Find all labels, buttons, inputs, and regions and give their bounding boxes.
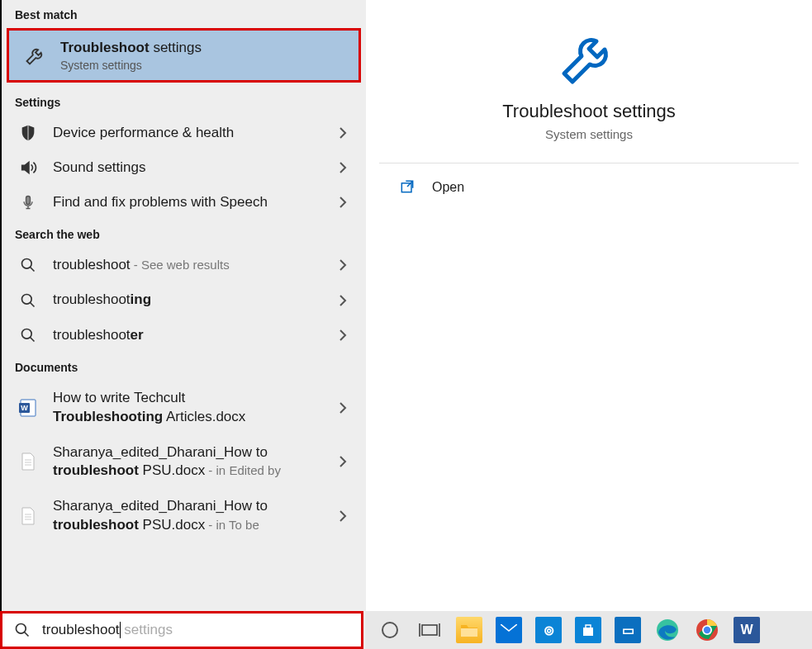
document-item-label: How to write Techcult Troubleshooting Ar…: [53, 389, 333, 427]
settings-item-label: Find and fix problems with Speech: [53, 193, 333, 211]
svg-point-8: [17, 624, 26, 634]
chevron-right-icon: [333, 456, 353, 467]
svg-point-9: [382, 623, 397, 637]
svg-text:W: W: [21, 404, 28, 412]
svg-point-1: [22, 259, 32, 269]
search-icon: [14, 622, 32, 638]
chevron-right-icon: [333, 259, 353, 271]
svg-point-16: [704, 627, 710, 633]
svg-rect-11: [461, 628, 477, 637]
web-item-label: troubleshoot - See web results: [53, 256, 333, 274]
document-result-2[interactable]: Sharanya_edited_Dharani_How to troublesh…: [2, 435, 366, 490]
web-result-3[interactable]: troubleshooter: [2, 318, 366, 353]
settings-result-sound[interactable]: Sound settings: [2, 150, 366, 185]
best-match-title: Troubleshoot settings: [60, 39, 345, 57]
edge-icon[interactable]: [652, 614, 683, 646]
svg-rect-10: [422, 625, 437, 635]
settings-result-speech[interactable]: Find and fix problems with Speech: [2, 185, 366, 220]
chevron-right-icon: [333, 510, 353, 522]
search-input[interactable]: troubleshoot settings: [0, 611, 363, 649]
settings-result-device-health[interactable]: Device performance & health: [2, 116, 366, 150]
chevron-right-icon: [333, 162, 353, 173]
web-result-1[interactable]: troubleshoot - See web results: [2, 248, 366, 282]
mail-icon[interactable]: [493, 614, 525, 646]
section-header-web: Search the web: [2, 220, 366, 248]
mic-icon: [15, 193, 41, 211]
settings-item-label: Sound settings: [53, 159, 333, 177]
word-icon[interactable]: W: [731, 614, 762, 646]
wrench-icon-large: [555, 23, 623, 91]
svg-rect-0: [26, 197, 31, 205]
chevron-right-icon: [333, 402, 353, 414]
store-icon[interactable]: [572, 614, 604, 646]
file-icon: [15, 506, 41, 526]
cortana-icon[interactable]: [374, 614, 406, 646]
web-result-2[interactable]: troubleshooting: [2, 282, 366, 317]
search-icon: [15, 327, 41, 343]
chevron-right-icon: [333, 127, 353, 139]
chevron-right-icon: [333, 329, 353, 341]
chevron-right-icon: [333, 295, 353, 306]
results-pane: Best match Troubleshoot settings System …: [0, 0, 366, 611]
dell-app-icon[interactable]: ▭: [612, 614, 643, 646]
dell-icon[interactable]: ⊚: [533, 614, 564, 646]
section-header-settings: Settings: [2, 88, 366, 116]
best-match-result[interactable]: Troubleshoot settings System settings: [7, 28, 361, 83]
wrench-icon: [22, 42, 49, 69]
svg-point-3: [22, 329, 32, 339]
search-text: troubleshoot settings: [42, 622, 173, 639]
word-doc-icon: W: [15, 398, 41, 418]
section-header-documents: Documents: [2, 353, 366, 381]
search-icon: [15, 257, 41, 273]
best-match-subtitle: System settings: [60, 59, 345, 72]
preview-subtitle: System settings: [545, 127, 633, 141]
open-icon: [399, 178, 417, 197]
file-explorer-icon[interactable]: [453, 614, 485, 646]
settings-item-label: Device performance & health: [53, 124, 333, 142]
web-item-label: troubleshooting: [53, 291, 333, 309]
web-item-label: troubleshooter: [53, 326, 333, 344]
document-result-1[interactable]: W How to write Techcult Troubleshooting …: [2, 381, 366, 435]
shield-icon: [15, 124, 41, 142]
chevron-right-icon: [333, 197, 353, 208]
search-icon: [15, 292, 41, 309]
section-header-best-match: Best match: [2, 0, 366, 28]
svg-point-2: [22, 294, 32, 304]
taskbar: ⊚ ▭ W: [366, 611, 812, 649]
open-label: Open: [432, 180, 464, 195]
preview-title: Troubleshoot settings: [502, 101, 676, 122]
document-item-label: Sharanya_edited_Dharani_How to troublesh…: [53, 497, 333, 535]
document-result-3[interactable]: Sharanya_edited_Dharani_How to troublesh…: [2, 489, 366, 543]
document-item-label: Sharanya_edited_Dharani_How to troublesh…: [53, 443, 333, 481]
chrome-icon[interactable]: [691, 614, 723, 646]
file-icon: [15, 452, 41, 471]
open-button[interactable]: Open: [366, 163, 812, 211]
preview-pane: Troubleshoot settings System settings Op…: [366, 0, 812, 611]
sound-icon: [15, 159, 41, 177]
task-view-icon[interactable]: [414, 614, 445, 646]
